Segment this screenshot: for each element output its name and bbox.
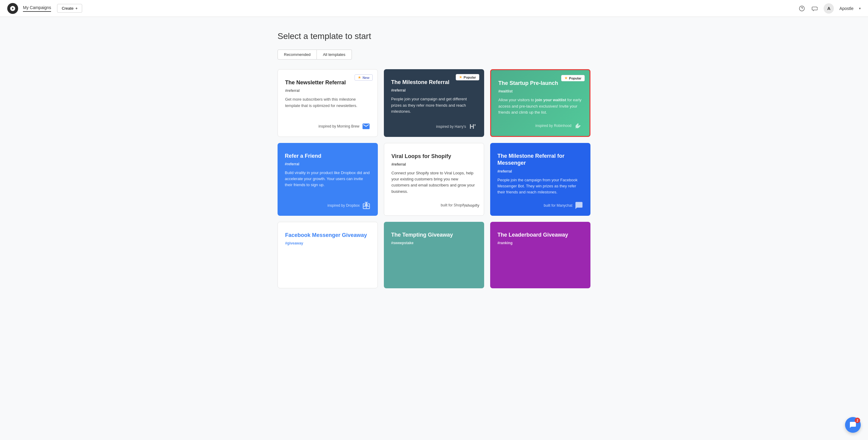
card-desc: Connect your Shopify store to Viral Loop… (392, 170, 476, 195)
card-footer-icon: shopify (468, 201, 476, 209)
filter-tabs: Recommended All templates (278, 50, 590, 60)
user-menu-chevron[interactable]: ▾ (859, 6, 861, 10)
card-leaderboard-giveaway[interactable]: The Leaderboard Giveaway #ranking (490, 222, 590, 288)
card-footer-icon (362, 122, 370, 130)
card-desc (497, 249, 583, 282)
card-footer-icon (362, 201, 371, 210)
card-footer-newsletter-referral: inspired by Morning Brew (285, 122, 370, 130)
card-milestone-referral[interactable]: ★ Popular The Milestone Referral #referr… (384, 69, 484, 137)
card-footer-label: inspired by Dropbox (328, 203, 360, 208)
card-tag: #referral (497, 169, 583, 173)
card-title: Viral Loops for Shopify (392, 153, 476, 160)
card-badge-milestone-referral: ★ Popular (456, 74, 479, 80)
card-newsletter-referral[interactable]: ★ New The Newsletter Referral #referral … (278, 69, 378, 137)
card-desc: Build virality in your product like Drop… (285, 170, 371, 195)
card-refer-friend[interactable]: Refer a Friend #referral Build virality … (278, 143, 378, 216)
card-desc (391, 249, 477, 282)
tab-all-templates[interactable]: All templates (317, 50, 351, 60)
card-badge-startup-prelaunch: ★ Popular (561, 75, 585, 81)
card-footer-icon (574, 121, 582, 130)
card-badge-newsletter-referral: ★ New (354, 74, 373, 81)
card-tag: #sweepstake (391, 241, 477, 245)
card-tag: #referral (391, 88, 477, 92)
card-footer-startup-prelaunch: inspired by Robinhood (498, 121, 582, 130)
header-right-section: A Apostle ▾ (798, 3, 861, 13)
card-title: Refer a Friend (285, 153, 371, 159)
card-footer-milestone-messenger: built for Manychat (497, 201, 583, 210)
card-desc: Allow your visitors to join your waitlis… (498, 97, 582, 115)
card-footer-milestone-referral: inspired by Harry's H' (391, 122, 477, 131)
card-title: The Tempting Giveaway (391, 232, 477, 238)
card-desc: People join your campaign and get differ… (391, 96, 477, 116)
card-desc: People join the campaign from your Faceb… (497, 177, 583, 195)
page-title: Select a template to start (278, 31, 590, 41)
card-tag: #referral (392, 162, 476, 167)
card-desc (285, 249, 370, 282)
card-desc: Get more subscribers with this milestone… (285, 96, 370, 116)
card-tag: #referral (285, 162, 371, 166)
templates-grid: ★ New The Newsletter Referral #referral … (278, 69, 590, 288)
card-footer-label: built for Manychat (544, 203, 572, 208)
create-plus-icon: + (75, 6, 78, 10)
card-tag: #waitlist (498, 89, 582, 93)
card-tempting-giveaway[interactable]: The Tempting Giveaway #sweepstake (384, 222, 484, 288)
card-footer-label: inspired by Robinhood (535, 124, 571, 128)
card-title: Facebook Messenger Giveaway (285, 232, 370, 239)
card-footer-refer-friend: inspired by Dropbox (285, 201, 371, 210)
card-footer-icon: H' (468, 122, 477, 131)
app-logo (7, 3, 18, 14)
card-tag: #referral (285, 89, 370, 93)
card-fb-messenger-giveaway[interactable]: Facebook Messenger Giveaway #giveaway (278, 222, 378, 288)
my-campaigns-nav[interactable]: My Campaigns (23, 5, 51, 12)
card-title: The Milestone Referral for Messenger (497, 153, 583, 167)
card-footer-icon (575, 201, 583, 210)
create-button[interactable]: Create + (57, 4, 82, 13)
card-startup-prelaunch[interactable]: ★ Popular The Startup Pre-launch #waitli… (490, 69, 590, 137)
card-viral-loops-shopify[interactable]: Viral Loops for Shopify #referral Connec… (384, 143, 484, 216)
help-icon[interactable] (798, 5, 805, 12)
tab-recommended[interactable]: Recommended (278, 50, 317, 60)
user-name-label[interactable]: Apostle (839, 6, 854, 11)
card-tag: #giveaway (285, 241, 370, 245)
top-navigation: My Campaigns Create + A Apostle ▾ (0, 0, 868, 17)
create-btn-label: Create (62, 6, 73, 10)
card-footer-label: built for Shopify (441, 203, 466, 207)
card-title: The Leaderboard Giveaway (497, 232, 583, 238)
card-footer-label: inspired by Morning Brew (319, 124, 360, 128)
card-footer-label: inspired by Harry's (436, 124, 466, 129)
main-content: Select a template to start Recommended A… (268, 17, 600, 313)
card-tag: #ranking (497, 241, 583, 245)
card-milestone-messenger[interactable]: The Milestone Referral for Messenger #re… (490, 143, 590, 216)
user-avatar[interactable]: A (824, 3, 834, 13)
card-footer-viral-loops-shopify: built for Shopify shopify (392, 201, 476, 209)
announcements-icon[interactable] (811, 5, 818, 12)
